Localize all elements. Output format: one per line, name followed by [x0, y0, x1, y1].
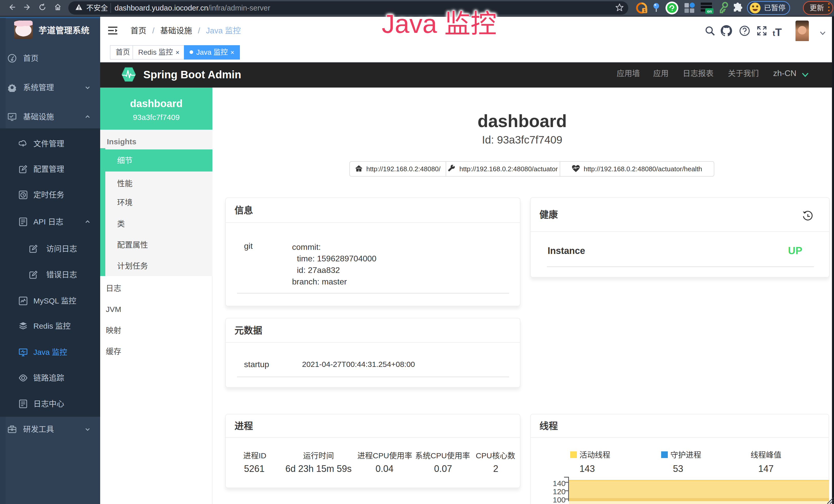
svg-text:on: on	[707, 9, 712, 13]
svg-text:1: 1	[643, 8, 646, 13]
